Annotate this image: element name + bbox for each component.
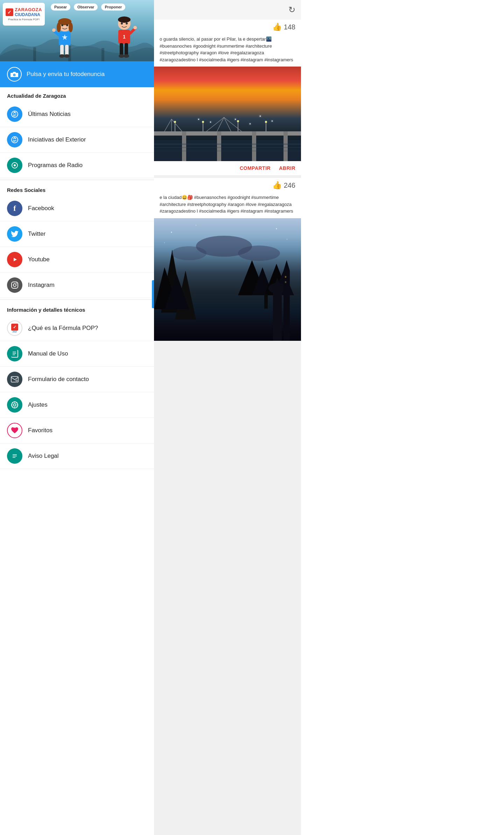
- post-1-image: [154, 67, 301, 161]
- menu-label-instagram: Instagram: [28, 282, 55, 289]
- post-1-like-count: 148: [284, 23, 295, 31]
- svg-text:1: 1: [123, 34, 126, 40]
- menu-item-ajustes[interactable]: Ajustes: [0, 392, 154, 418]
- svg-line-75: [172, 119, 182, 131]
- menu-item-contacto[interactable]: Formulario de contacto: [0, 367, 154, 392]
- menu-label-manual: Manual de Uso: [28, 350, 68, 357]
- svg-line-80: [224, 117, 231, 131]
- facebook-icon: f: [7, 201, 22, 216]
- ajustes-icon: [7, 397, 22, 413]
- photo-btn-label: Pulsa y envía tu fotodenuncia: [27, 71, 105, 78]
- youtube-icon: [7, 252, 22, 267]
- svg-marker-113: [284, 260, 290, 271]
- noticias-icon: [7, 106, 22, 122]
- content-topbar: ↻: [154, 0, 301, 20]
- svg-line-79: [217, 117, 224, 131]
- menu-label-twitter: Twitter: [28, 230, 46, 237]
- svg-rect-82: [154, 144, 301, 145]
- svg-rect-109: [273, 288, 282, 341]
- menu-label-radio: Programas de Radio: [28, 162, 83, 169]
- menu-label-legal: Aviso Legal: [28, 453, 59, 460]
- manual-icon: [7, 346, 22, 361]
- svg-point-38: [13, 284, 16, 287]
- accent-indicator: [152, 280, 154, 308]
- menu-item-favoritos[interactable]: Favoritos: [0, 418, 154, 443]
- iniciativas-icon: [7, 132, 22, 147]
- refresh-icon[interactable]: ↻: [288, 5, 295, 15]
- svg-rect-74: [284, 131, 288, 161]
- post-card-1: 👍 148 o guarda silencio, al pasar por el…: [154, 20, 301, 175]
- menu-label-iniciativas: Iniciativas del Exterior: [28, 136, 86, 143]
- speech-bubble-proponer: Proponer: [101, 4, 125, 11]
- menu-item-radio[interactable]: Programas de Radio: [0, 153, 154, 178]
- svg-line-81: [224, 117, 241, 131]
- menu-label-contacto: Formulario de contacto: [28, 376, 89, 383]
- menu-item-facebook[interactable]: f Facebook: [0, 196, 154, 221]
- menu-label-ajustes: Ajustes: [28, 401, 48, 408]
- svg-rect-12: [65, 45, 69, 55]
- menu-label-formula: ¿Qué es la Fórmula POP?: [28, 325, 98, 332]
- characters-container: 1: [35, 16, 154, 61]
- radio-icon: [7, 158, 22, 173]
- svg-point-39: [16, 283, 17, 283]
- menu-label-favoritos: Favoritos: [28, 427, 52, 434]
- bridge-svg: [154, 112, 301, 161]
- post-card-2: 👍 246 e la ciudad😄🎒 #buenasnoches #goodn…: [154, 178, 301, 341]
- svg-point-99: [287, 239, 287, 240]
- svg-rect-70: [154, 131, 301, 136]
- post-2-like-count: 246: [284, 181, 295, 189]
- post-1-text: o guarda silencio, al pasar por el Pilar…: [154, 34, 301, 67]
- sidebar-header: ✓ ZARAGOZA CIUDADANA Practica la Fórmula…: [0, 0, 154, 61]
- svg-point-34: [14, 164, 16, 166]
- svg-point-25: [119, 54, 124, 58]
- menu-item-instagram[interactable]: Instagram: [0, 272, 154, 298]
- menu-item-noticias[interactable]: Últimas Noticias: [0, 102, 154, 127]
- content-panel: ↻ 👍 148 o guarda silencio, al pasar por …: [154, 0, 301, 835]
- open-button-1[interactable]: ABRIR: [279, 165, 295, 171]
- svg-rect-114: [285, 276, 286, 278]
- svg-point-97: [196, 225, 196, 226]
- instagram-icon: [7, 277, 22, 293]
- favoritos-icon: [7, 423, 22, 438]
- camera-icon: [7, 67, 22, 82]
- svg-rect-23: [120, 43, 123, 55]
- svg-point-16: [52, 28, 56, 32]
- post-1-likes-bar: 👍 148: [154, 20, 301, 34]
- menu-item-youtube[interactable]: Youtube: [0, 247, 154, 272]
- share-button-1[interactable]: COMPARTIR: [240, 165, 271, 171]
- svg-rect-11: [60, 45, 64, 55]
- svg-rect-72: [217, 131, 221, 161]
- svg-point-88: [202, 121, 204, 123]
- menu-label-facebook: Facebook: [28, 205, 54, 212]
- svg-point-20: [126, 22, 128, 25]
- menu-item-iniciativas[interactable]: Iniciativas del Exterior: [0, 127, 154, 153]
- svg-rect-24: [125, 43, 128, 55]
- svg-rect-83: [154, 147, 301, 148]
- thumbs-up-icon-1: 👍: [272, 22, 282, 32]
- svg-point-56: [14, 404, 16, 406]
- svg-line-78: [206, 117, 224, 131]
- menu-label-youtube: Youtube: [28, 256, 50, 263]
- svg-point-111: [268, 283, 286, 294]
- svg-rect-73: [252, 131, 256, 161]
- menu-item-formula[interactable]: ✓ ZGZ ¿Qué es la Fórmula POP?: [0, 316, 154, 341]
- section-info: Información y detalles técnicos: [0, 301, 154, 316]
- speech-bubble-observar: Observar: [74, 4, 98, 11]
- character-girl: [52, 18, 78, 61]
- speech-bubble-pasear: Pasear: [51, 4, 70, 11]
- svg-point-14: [64, 54, 70, 58]
- photo-denuncia-button[interactable]: Pulsa y envía tu fotodenuncia: [0, 61, 154, 87]
- menu-item-twitter[interactable]: Twitter: [0, 221, 154, 247]
- svg-point-5: [57, 22, 61, 32]
- svg-point-13: [59, 54, 65, 58]
- divider-1: [0, 180, 154, 180]
- menu-item-legal[interactable]: Aviso Legal: [0, 443, 154, 469]
- svg-point-96: [171, 232, 172, 233]
- contacto-icon: [7, 372, 22, 387]
- svg-point-94: [238, 246, 280, 261]
- svg-rect-84: [154, 151, 301, 151]
- menu-label-noticias: Últimas Noticias: [28, 111, 71, 118]
- svg-point-28: [133, 26, 137, 29]
- menu-item-manual[interactable]: Manual de Uso: [0, 341, 154, 367]
- svg-point-18: [118, 16, 131, 23]
